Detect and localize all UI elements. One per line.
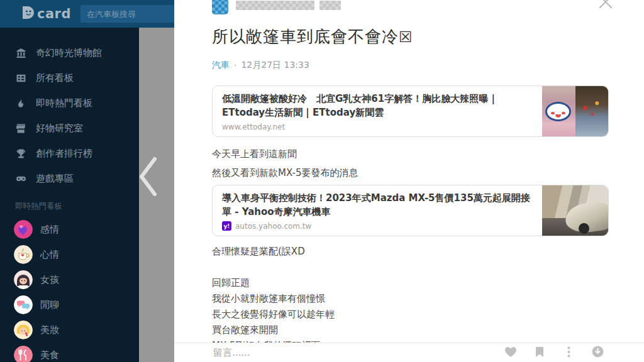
makeup-board-avatar: [14, 321, 33, 339]
dcard-d-icon: [21, 5, 36, 23]
sticker-eye: [562, 112, 565, 114]
girl-board-avatar: [14, 270, 33, 289]
missing-glyph-box: ☒: [399, 28, 413, 46]
meta-separator: ·: [234, 60, 236, 70]
sidebar-item-label: 創作者排行榜: [36, 148, 92, 160]
hot-boards-section-title: 即時熱門看板: [0, 191, 139, 217]
author-name-blurred: [236, 0, 341, 10]
sidebar-item-creator-ranking[interactable]: 創作者排行榜: [0, 141, 139, 166]
gamepad-icon: [15, 173, 26, 184]
sidebar-board-love[interactable]: 感情: [0, 217, 139, 242]
sidebar-item-label: 奇幻時光博物館: [36, 47, 102, 59]
post-meta: 汽車 · 12月27日 13:33: [212, 59, 609, 72]
board-label: 美妝: [40, 324, 59, 336]
link-card-url: y! autos.yahoo.com.tw: [222, 221, 533, 231]
sidebar-item-trending-boards[interactable]: 即時熱門看板: [0, 90, 139, 116]
comment-input[interactable]: [212, 346, 504, 359]
link-card-text: 低溫開敞篷被酸好冷 北宜G乳女神61字解答！胸比臉大辣照曝 | ETtoday生…: [213, 86, 542, 136]
link-card-title: 低溫開敞篷被酸好冷 北宜G乳女神61字解答！胸比臉大辣照曝 | ETtoday生…: [222, 92, 533, 119]
love-board-avatar: [14, 220, 33, 239]
url-text: www.ettoday.net: [222, 123, 285, 131]
post-timestamp: 12月27日 13:33: [241, 60, 309, 71]
board-link[interactable]: 汽車: [212, 60, 230, 71]
sidebar-collapse-button[interactable]: [136, 156, 161, 197]
post-line: 今天早上看到這新聞: [212, 145, 609, 163]
sidebar-board-mood[interactable]: 心情: [0, 242, 139, 267]
store-icon: [15, 123, 26, 134]
heart-icon: [504, 346, 517, 359]
post-author-row: [212, 0, 609, 16]
post-line: 然後又看到新款MX-5要發布的消息: [212, 163, 609, 182]
link-card-ettoday[interactable]: 低溫開敞篷被酸好冷 北宜G乳女神61字解答！胸比臉大辣照曝 | ETtoday生…: [212, 85, 609, 137]
mood-board-avatar: [14, 245, 33, 264]
sidebar-item-label: 所有看板: [36, 72, 74, 84]
sidebar-board-girl[interactable]: 女孩: [0, 267, 139, 292]
board-label: 感情: [40, 224, 59, 236]
sidebar-board-food[interactable]: 美食: [0, 343, 139, 362]
bookmark-icon: [535, 346, 544, 359]
face-sticker-emoji: [545, 102, 571, 121]
sidebar-item-label: 即時熱門看板: [36, 97, 92, 109]
chevron-left-icon: [136, 190, 161, 199]
close-button[interactable]: [597, 0, 614, 10]
link-card-thumbnail: [542, 86, 608, 136]
sidebar-item-museum[interactable]: 奇幻時光博物館: [0, 40, 139, 65]
download-button[interactable]: [591, 346, 604, 359]
flame-icon: [15, 97, 26, 109]
dcard-logo[interactable]: card: [21, 5, 71, 23]
trophy-icon: [15, 148, 26, 159]
post-modal: 所以敞篷車到底會不會冷☒ 汽車 · 12月27日 13:33 低溫開敞篷被酸好冷…: [174, 0, 644, 362]
author-avatar-blurred: [212, 0, 228, 14]
more-options-icon: [567, 346, 570, 359]
dcard-post-page: card 奇幻時光博物館 所有看板 即時熱門看板 好物研究室 創作者排行榜: [0, 0, 644, 362]
download-icon: [592, 346, 604, 359]
bookmark-button[interactable]: [533, 346, 546, 359]
board-label: 美食: [40, 349, 59, 361]
like-button[interactable]: [504, 346, 517, 359]
name-blur-segment: [319, 1, 341, 10]
thumbnail-person-image: [542, 86, 575, 136]
thumbnail-street-image: [575, 86, 608, 136]
sidebar-item-all-boards[interactable]: 所有看板: [0, 65, 139, 90]
museum-icon: [15, 47, 26, 58]
food-board-avatar: [14, 346, 33, 362]
board-label: 女孩: [40, 274, 59, 286]
board-label: 閒聊: [40, 299, 59, 311]
close-icon: [597, 3, 614, 12]
link-card-url: www.ettoday.net: [222, 123, 533, 131]
sticker-eye: [551, 112, 555, 114]
post-line: 買台敞篷來開開: [212, 322, 609, 338]
sidebar-item-label: 好物研究室: [36, 123, 83, 134]
sidebar-board-makeup[interactable]: 美妝: [0, 317, 139, 343]
sidebar-item-label: 遊戲專區: [36, 173, 74, 185]
sidebar-item-goods-lab[interactable]: 好物研究室: [0, 116, 139, 141]
post-line: 合理懷疑是業配(誤XD: [212, 244, 609, 260]
top-navbar: card: [0, 0, 174, 28]
url-text: autos.yahoo.com.tw: [235, 222, 311, 231]
link-card-yahoo[interactable]: 導入車身平衡控制技術！2023年式Mazda MX-5售價135萬元起展開接單 …: [212, 185, 609, 236]
post-blank-line: [212, 260, 609, 275]
sidebar: 奇幻時光博物館 所有看板 即時熱門看板 好物研究室 創作者排行榜 遊戲專區 即時…: [0, 28, 139, 362]
post-line: 我從小就對敞篷車有個憧憬: [212, 291, 609, 307]
post-actions: [504, 346, 604, 359]
search-input[interactable]: [80, 5, 174, 23]
link-card-text: 導入車身平衡控制技術！2023年式Mazda MX-5售價135萬元起展開接單 …: [213, 185, 542, 236]
yahoo-favicon: y!: [222, 221, 231, 231]
sticker-mouth: [555, 114, 561, 118]
comment-bar: [174, 343, 644, 362]
post-intro: 今天早上看到這新聞 然後又看到新款MX-5要發布的消息: [212, 145, 609, 182]
post-body: 合理懷疑是業配(誤XD 回歸正題 我從小就對敞篷車有個憧憬 長大之後覺得好像可以…: [212, 244, 609, 354]
sidebar-item-games[interactable]: 遊戲專區: [0, 166, 139, 191]
name-blur-segment: [236, 1, 314, 10]
post-line: 回歸正題: [212, 275, 609, 291]
link-card-thumbnail: [542, 185, 608, 236]
sidebar-board-chat[interactable]: 閒聊: [0, 292, 139, 317]
board-label: 心情: [40, 249, 59, 261]
logo-wordmark: card: [37, 6, 71, 21]
post-title: 所以敞篷車到底會不會冷☒: [212, 25, 609, 48]
boards-icon: [15, 72, 26, 84]
board-search-box: [80, 5, 174, 23]
chat-board-avatar: [14, 295, 33, 314]
more-options-button[interactable]: [562, 346, 575, 359]
post-title-text: 所以敞篷車到底會不會冷: [212, 27, 399, 46]
